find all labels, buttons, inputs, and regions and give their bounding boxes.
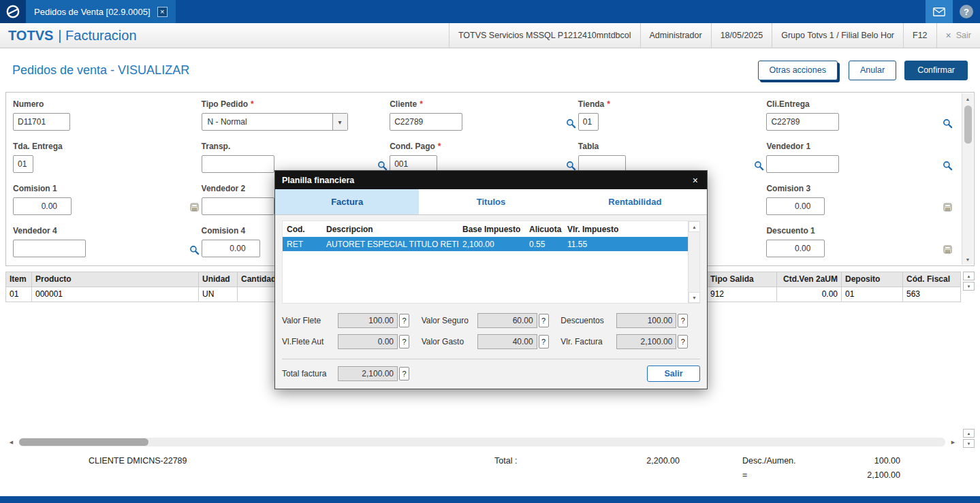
table-scroll-down-button[interactable]: ▼ xyxy=(689,292,700,303)
field-comision3: Comision 3 xyxy=(766,181,955,223)
valor-flete-input[interactable] xyxy=(338,313,398,328)
descuento1-input[interactable] xyxy=(766,240,825,257)
vl-flete-aut-input[interactable] xyxy=(338,334,398,349)
table-scroll-track[interactable] xyxy=(689,232,699,292)
hscroll-thumb[interactable] xyxy=(19,438,148,446)
mail-button[interactable] xyxy=(926,0,953,23)
grid-row-up-button[interactable]: ▲ xyxy=(963,429,975,438)
valor-seguro-input[interactable] xyxy=(477,313,537,328)
tabla-label: Tabla xyxy=(578,142,767,151)
col-unidad[interactable]: Unidad xyxy=(199,272,238,287)
cell-vlr-impuesto: 11.55 xyxy=(563,240,688,249)
help-query-button[interactable]: ? xyxy=(678,314,688,327)
tienda-input[interactable] xyxy=(578,113,599,131)
col-deposito[interactable]: Deposito xyxy=(842,272,903,287)
hscroll-track[interactable] xyxy=(19,438,945,447)
help-query-button[interactable]: ? xyxy=(539,314,549,327)
magnifier-icon[interactable] xyxy=(377,161,388,171)
scroll-up-button[interactable]: ▲ xyxy=(962,93,974,104)
descuentos-input[interactable] xyxy=(616,313,676,328)
field-cliente: Cliente* xyxy=(390,97,578,139)
grid-row-down-button[interactable]: ▼ xyxy=(963,439,975,448)
scroll-right-button[interactable]: ▶ xyxy=(947,437,959,448)
comision4-input[interactable] xyxy=(202,240,260,257)
tab-titulos[interactable]: Titulos xyxy=(419,189,563,214)
cli-entrega-input[interactable] xyxy=(766,113,839,131)
tipo-pedido-label: Tipo Pedido* xyxy=(202,99,390,109)
confirmar-button[interactable]: Confirmar xyxy=(904,61,968,80)
col-producto[interactable]: Producto xyxy=(32,272,199,287)
vendedor1-input[interactable] xyxy=(766,155,839,173)
grid-scroll-top-button[interactable]: ▲ xyxy=(963,272,975,280)
scroll-left-button[interactable]: ◀ xyxy=(5,437,17,448)
total-value: 2,200.00 xyxy=(603,456,680,466)
col-tipo-salida[interactable]: Tipo Salida xyxy=(707,272,777,287)
help-query-button[interactable]: ? xyxy=(399,367,409,380)
f12-button[interactable]: F12 xyxy=(903,23,936,48)
comision1-wrap xyxy=(13,197,202,215)
tipo-pedido-select[interactable]: N - Normal ▾ xyxy=(202,113,348,131)
col-cod[interactable]: Cod. xyxy=(283,225,322,234)
table-scroll-up-button[interactable]: ▲ xyxy=(689,221,700,232)
comision1-input[interactable] xyxy=(13,197,72,215)
field-vlr-factura: Vlr. Factura ? xyxy=(560,334,700,349)
magnifier-icon[interactable] xyxy=(566,118,576,129)
numero-input[interactable] xyxy=(13,113,70,131)
modal-close-icon[interactable]: × xyxy=(691,175,700,186)
col-base-impuesto[interactable]: Base Impuesto xyxy=(458,225,525,234)
scroll-down-button[interactable]: ▼ xyxy=(962,254,974,265)
help-button[interactable]: ? xyxy=(953,0,980,23)
calculator-icon[interactable] xyxy=(943,203,952,212)
vendedor1-label: Vendedor 1 xyxy=(766,142,955,151)
exit-button[interactable]: × Sair xyxy=(936,23,980,48)
calculator-icon[interactable] xyxy=(943,245,952,254)
grid-scroll-bottom-button[interactable]: ▼ xyxy=(963,282,975,291)
field-cli-entrega: Cli.Entrega xyxy=(766,97,955,139)
transp-label: Transp. xyxy=(202,142,390,151)
form-vertical-scrollbar[interactable]: ▲ ▼ xyxy=(962,93,973,265)
calculator-icon[interactable] xyxy=(190,203,199,212)
cliente-input[interactable] xyxy=(390,113,462,131)
vlr-factura-input[interactable] xyxy=(616,334,676,349)
tab-factura[interactable]: Factura xyxy=(275,189,419,214)
help-query-button[interactable]: ? xyxy=(399,335,409,348)
tab-close-icon[interactable]: × xyxy=(157,7,168,17)
tab-rentabilidad[interactable]: Rentabilidad xyxy=(563,189,707,214)
magnifier-icon[interactable] xyxy=(943,118,953,129)
col-cod-fiscal[interactable]: Cód. Fiscal xyxy=(903,272,961,287)
valor-seguro-label: Valor Seguro xyxy=(422,316,477,325)
magnifier-icon[interactable] xyxy=(943,161,953,171)
vendedor2-input[interactable] xyxy=(202,197,274,215)
transp-input[interactable] xyxy=(202,155,274,173)
col-vlr-impuesto[interactable]: Vlr. Impuesto xyxy=(563,225,688,234)
anular-button[interactable]: Anular xyxy=(849,61,896,80)
chevron-down-icon[interactable]: ▾ xyxy=(332,114,347,130)
help-query-button[interactable]: ? xyxy=(539,335,549,348)
scroll-track[interactable] xyxy=(962,104,973,254)
help-query-button[interactable]: ? xyxy=(678,335,688,348)
comision3-input[interactable] xyxy=(766,197,825,215)
taxes-table-scrollbar[interactable]: ▲ ▼ xyxy=(688,221,699,303)
col-alicuota[interactable]: Alicuota xyxy=(525,225,563,234)
tda-entrega-input[interactable] xyxy=(13,155,33,173)
col-item[interactable]: Item xyxy=(6,272,32,287)
cell-deposito: 01 xyxy=(842,287,903,302)
col-descripcion[interactable]: Descripcion xyxy=(322,225,458,234)
magnifier-icon[interactable] xyxy=(566,161,576,171)
other-actions-button[interactable]: Otras acciones xyxy=(758,61,838,80)
grid-horizontal-scrollbar[interactable]: ◀ ▶ xyxy=(5,436,959,448)
valor-gasto-input[interactable] xyxy=(477,334,537,349)
col-ctd-ven[interactable]: Ctd.Ven 2aUM xyxy=(777,272,842,287)
application-window: Pedidos de Venta [02.9.0005] × ? TOTVS |… xyxy=(0,0,980,503)
col-cantidad[interactable]: Cantidad xyxy=(238,272,280,287)
tab-pedidos-de-venta[interactable]: Pedidos de Venta [02.9.0005] × xyxy=(26,0,176,23)
scroll-thumb[interactable] xyxy=(964,106,972,144)
salir-button[interactable]: Salir xyxy=(647,366,700,382)
help-query-button[interactable]: ? xyxy=(399,314,409,327)
magnifier-icon[interactable] xyxy=(189,245,200,255)
vendedor4-input[interactable] xyxy=(13,240,86,257)
modal-fields: Valor Flete ? Valor Seguro ? Descuentos … xyxy=(282,313,700,349)
magnifier-icon[interactable] xyxy=(754,161,764,171)
table-row-selected[interactable]: RET AUTORET ESPECIAL TITULO RETEN 2,100.… xyxy=(283,237,688,251)
total-factura-input[interactable] xyxy=(338,366,398,381)
